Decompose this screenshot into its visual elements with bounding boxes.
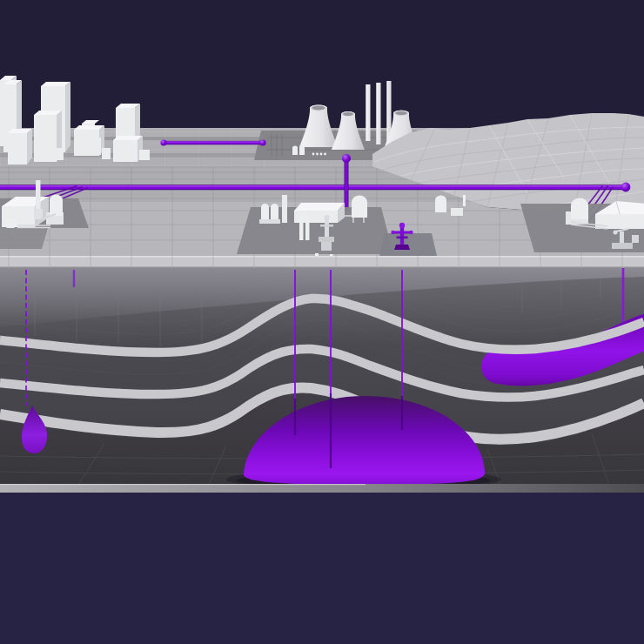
- city-building: [113, 136, 143, 162]
- facility-smokestack: [282, 195, 287, 223]
- facility-right: [520, 198, 644, 253]
- distillation-column: [299, 218, 304, 240]
- storage-tank: [50, 195, 63, 216]
- 3d-subsurface-storage-scene: [0, 0, 644, 644]
- city-building: [52, 148, 64, 160]
- storage-tank: [571, 198, 588, 220]
- subsurface: [0, 256, 644, 493]
- pipe-endcap: [160, 139, 166, 145]
- city-building: [139, 150, 150, 160]
- city-building: [102, 148, 111, 159]
- lower-background: [0, 493, 644, 644]
- storage-tank: [352, 196, 367, 218]
- distillation-column: [305, 219, 310, 240]
- plant-building-roof: [294, 203, 345, 211]
- small-tank: [5, 219, 16, 228]
- lamp-post: [463, 195, 466, 206]
- small-silo: [435, 196, 446, 212]
- slab-front-edge: [0, 256, 644, 268]
- pipe-joint-ball: [342, 154, 351, 163]
- pipeline-endcap: [621, 183, 631, 192]
- pipe-endcap: [259, 139, 265, 145]
- warehouse: [595, 214, 644, 229]
- smokestacks: [366, 81, 392, 146]
- city-building: [91, 138, 101, 155]
- city-building: [8, 129, 32, 164]
- scene-canvas: [0, 0, 644, 644]
- basement-bottom-edge: [0, 484, 644, 493]
- small-box: [451, 208, 463, 216]
